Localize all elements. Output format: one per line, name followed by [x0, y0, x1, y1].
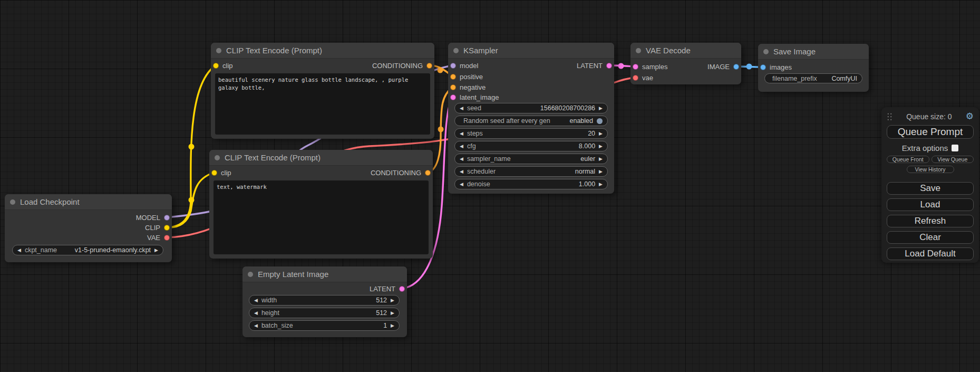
- node-title: KSampler: [463, 46, 498, 55]
- widget-cfg[interactable]: ◀ cfg 8.000 ▶: [454, 141, 608, 151]
- output-slot-conditioning[interactable]: CONDITIONING: [371, 168, 431, 177]
- slot-dot-clip[interactable]: [211, 170, 217, 176]
- decrement-arrow-icon[interactable]: ◀: [460, 144, 463, 149]
- collapse-dot-icon[interactable]: [453, 48, 459, 53]
- slot-dot-conditioning[interactable]: [425, 170, 431, 176]
- output-slot-vae[interactable]: VAE: [147, 233, 170, 242]
- input-slot-latent-image[interactable]: latent_image: [450, 93, 499, 101]
- node-load-checkpoint[interactable]: Load Checkpoint MODEL CLIP VAE ◀ ckpt_na…: [5, 194, 172, 262]
- input-slot-images[interactable]: images: [760, 63, 792, 71]
- increment-arrow-icon[interactable]: ▶: [391, 298, 394, 303]
- node-vae-decode[interactable]: VAE Decode samples vae IMAGE: [630, 43, 741, 84]
- decrement-arrow-icon[interactable]: ◀: [460, 182, 463, 187]
- input-slot-negative[interactable]: negative: [450, 83, 486, 91]
- slot-dot-conditioning[interactable]: [450, 74, 456, 80]
- input-slot-clip[interactable]: clip: [213, 61, 233, 70]
- increment-arrow-icon[interactable]: ▶: [599, 169, 603, 174]
- widget-ckpt-name[interactable]: ◀ ckpt_name v1-5-pruned-emaonly.ckpt ▶: [12, 245, 163, 255]
- decrement-arrow-icon[interactable]: ◀: [460, 131, 463, 136]
- slot-dot-clip[interactable]: [164, 225, 170, 231]
- decrement-arrow-icon[interactable]: ◀: [254, 298, 258, 303]
- input-slot-positive[interactable]: positive: [450, 72, 483, 81]
- load-default-button[interactable]: Load Default: [887, 247, 974, 260]
- increment-arrow-icon[interactable]: ▶: [599, 106, 603, 111]
- output-slot-model[interactable]: MODEL: [136, 213, 170, 222]
- collapse-dot-icon[interactable]: [763, 49, 769, 54]
- node-empty-latent-image[interactable]: Empty Latent Image LATENT ◀ width 512 ▶ …: [242, 266, 407, 337]
- slot-label: LATENT: [370, 285, 395, 293]
- output-slot-conditioning[interactable]: CONDITIONING: [372, 61, 432, 70]
- collapse-dot-icon[interactable]: [10, 199, 15, 205]
- slot-dot-vae[interactable]: [164, 235, 170, 241]
- slot-dot-model[interactable]: [450, 63, 456, 69]
- collapse-dot-icon[interactable]: [636, 48, 641, 53]
- increment-arrow-icon[interactable]: ▶: [154, 247, 158, 253]
- slot-dot-latent[interactable]: [399, 286, 405, 292]
- decrement-arrow-icon[interactable]: ◀: [460, 156, 463, 161]
- slot-dot-vae[interactable]: [633, 75, 638, 81]
- drag-handle-icon[interactable]: [887, 112, 892, 120]
- decrement-arrow-icon[interactable]: ◀: [17, 247, 21, 253]
- increment-arrow-icon[interactable]: ▶: [391, 310, 394, 316]
- widget-random-seed-toggle[interactable]: Random seed after every gen enabled: [454, 116, 608, 126]
- widget-scheduler[interactable]: ◀ scheduler normal ▶: [454, 166, 608, 177]
- increment-arrow-icon[interactable]: ▶: [599, 131, 603, 136]
- node-clip-text-encode-positive[interactable]: CLIP Text Encode (Prompt) clip CONDITION…: [211, 43, 434, 139]
- queue-front-button[interactable]: Queue Front: [887, 156, 929, 163]
- slot-dot-image[interactable]: [760, 64, 766, 70]
- increment-arrow-icon[interactable]: ▶: [599, 156, 603, 161]
- widget-height[interactable]: ◀ height 512 ▶: [249, 308, 400, 318]
- positive-prompt-textarea[interactable]: beautiful scenery nature glass bottle la…: [215, 73, 430, 135]
- slot-dot-conditioning[interactable]: [450, 84, 456, 90]
- input-slot-samples[interactable]: samples: [633, 62, 667, 71]
- node-ksampler[interactable]: KSampler model positive negative latent_…: [448, 43, 614, 194]
- extra-options-checkbox[interactable]: [952, 145, 958, 151]
- decrement-arrow-icon[interactable]: ◀: [460, 169, 463, 174]
- toggle-on-icon[interactable]: [597, 118, 603, 124]
- slot-dot-image[interactable]: [733, 64, 739, 70]
- widget-batch-size[interactable]: ◀ batch_size 1 ▶: [249, 320, 400, 331]
- decrement-arrow-icon[interactable]: ◀: [460, 106, 463, 111]
- widget-width[interactable]: ◀ width 512 ▶: [249, 295, 400, 306]
- save-button[interactable]: Save: [887, 182, 974, 195]
- negative-prompt-textarea[interactable]: text, watermark: [214, 180, 429, 254]
- decrement-arrow-icon[interactable]: ◀: [254, 323, 258, 328]
- collapse-dot-icon[interactable]: [216, 48, 221, 53]
- slot-dot-latent[interactable]: [633, 64, 638, 70]
- slot-dot-clip[interactable]: [213, 63, 219, 69]
- slot-dot-latent[interactable]: [606, 63, 612, 69]
- input-slot-clip[interactable]: clip: [211, 168, 231, 177]
- output-slot-image[interactable]: IMAGE: [707, 62, 739, 71]
- node-title-bar: CLIP Text Encode (Prompt): [209, 150, 433, 166]
- link-dot: [746, 64, 752, 70]
- widget-filename-prefix[interactable]: filename_prefix ComfyUI: [764, 73, 862, 83]
- widget-sampler-name[interactable]: ◀ sampler_name euler ▶: [454, 154, 608, 164]
- increment-arrow-icon[interactable]: ▶: [599, 144, 603, 149]
- collapse-dot-icon[interactable]: [215, 155, 220, 160]
- widget-seed[interactable]: ◀ seed 156680208700286 ▶: [454, 103, 608, 113]
- increment-arrow-icon[interactable]: ▶: [599, 182, 603, 187]
- node-clip-text-encode-negative[interactable]: CLIP Text Encode (Prompt) clip CONDITION…: [209, 150, 433, 259]
- output-slot-latent[interactable]: LATENT: [577, 61, 612, 70]
- increment-arrow-icon[interactable]: ▶: [391, 323, 394, 328]
- settings-gear-icon[interactable]: ⚙: [966, 112, 974, 121]
- slot-dot-conditioning[interactable]: [426, 63, 432, 69]
- node-save-image[interactable]: Save Image images filename_prefix ComfyU…: [758, 44, 869, 92]
- input-slot-model[interactable]: model: [450, 61, 478, 70]
- output-slot-latent[interactable]: LATENT: [370, 284, 405, 293]
- collapse-dot-icon[interactable]: [248, 272, 253, 277]
- slot-label: VAE: [147, 234, 160, 242]
- decrement-arrow-icon[interactable]: ◀: [254, 310, 258, 316]
- output-slot-clip[interactable]: CLIP: [145, 223, 170, 232]
- load-button[interactable]: Load: [887, 198, 974, 211]
- widget-denoise[interactable]: ◀ denoise 1.000 ▶: [454, 179, 608, 189]
- refresh-button[interactable]: Refresh: [887, 215, 974, 227]
- slot-dot-model[interactable]: [164, 215, 170, 221]
- view-queue-button[interactable]: View Queue: [932, 156, 974, 163]
- queue-prompt-button[interactable]: Queue Prompt: [887, 125, 974, 139]
- clear-button[interactable]: Clear: [887, 231, 974, 244]
- widget-steps[interactable]: ◀ steps 20 ▶: [454, 128, 608, 139]
- input-slot-vae[interactable]: vae: [633, 73, 653, 82]
- view-history-button[interactable]: View History: [907, 166, 954, 173]
- slot-dot-latent[interactable]: [450, 94, 456, 100]
